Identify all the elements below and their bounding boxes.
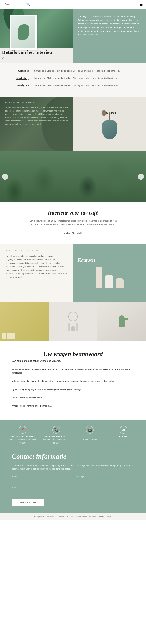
carousel-plants — [0, 152, 146, 202]
phone-label: TELEFOONNUMMER — [42, 435, 71, 437]
carousel-next-button[interactable]: › — [138, 174, 144, 180]
footer-text: Sample text. Click to select the text bo… — [34, 516, 112, 518]
gallery-cell-mirror — [49, 302, 97, 341]
submit-button[interactable]: VERZENDEN — [12, 500, 44, 506]
read-more-button[interactable]: LEES VERDER — [59, 230, 87, 236]
candles-visual — [96, 267, 124, 288]
contact-form-section: Contact informatie Lorem ipsum dolor sit… — [0, 450, 146, 513]
faq-main-question: Can sonicians and other artists use Vibe… — [12, 360, 134, 362]
vase-flower — [102, 110, 106, 116]
faq-item-4[interactable]: What if I need over time after the free … — [12, 402, 134, 410]
search-bar[interactable]: 🔍 — [3, 2, 30, 7]
header: 🔍 ☰ — [0, 0, 146, 9]
message-label-form: Message — [76, 476, 134, 478]
faq-question-3: Can I connect my domain name? — [12, 396, 134, 400]
hero-section: Details van het interieur 01 Planning is… — [0, 9, 146, 63]
faq-question-1: Iedereen die audio, video, afbeeldingen,… — [12, 380, 134, 383]
feature-label-concept[interactable]: Concept — [8, 69, 31, 72]
faq-item-1[interactable]: Iedereen die audio, video, afbeeldingen,… — [12, 377, 134, 386]
gallery-row — [0, 302, 146, 341]
faq-item-3[interactable]: Can I connect my domain name? — [12, 394, 134, 402]
hero-title: Details van het interieur — [2, 49, 54, 55]
candles-left: KAARSEN IN HET INTERIEUR De plek waar we… — [0, 244, 73, 302]
feature-label-analytics[interactable]: Analytics — [8, 84, 31, 87]
phone-value: 344-8876-5400 888-0123-4567 (gratis) — [42, 438, 71, 444]
bottle-short — [71, 326, 75, 331]
art-item-2 — [7, 333, 11, 339]
office-label: ONS HOOFDKANTOOR — [8, 435, 38, 437]
contact-left-col: Email Name — [12, 476, 70, 498]
contact-form-title: Contact informatie — [12, 450, 134, 460]
candle-tall — [96, 267, 102, 288]
vases-left: VAZEN IN HET INTERIEUR De plek waar we a… — [0, 97, 73, 152]
email-label-form: Email — [12, 476, 70, 478]
faq-title: Uw vragen beantwoord — [12, 350, 134, 358]
candle-short — [116, 278, 124, 288]
faq-question-2: Tijdens vroege toegang op platformmarket… — [12, 388, 134, 391]
contact-fax: 📠 FAX 1-234-567-8900 — [75, 426, 105, 444]
carousel-prev-button[interactable]: ‹ — [2, 174, 8, 180]
fax-label: FAX — [75, 435, 105, 437]
contact-office: 📍 ONS HOOFDKANTOOR Suite 68 Broadway 3/N… — [8, 426, 38, 444]
fax-icon: 📠 — [86, 426, 94, 434]
phone-icon: 📞 — [52, 426, 60, 434]
name-input[interactable] — [12, 489, 70, 494]
feature-label-marketing[interactable]: Marketing — [8, 76, 31, 80]
candles-title: Kaarsen — [78, 257, 95, 263]
hero-title-area: Details van het interieur 01 — [2, 49, 54, 60]
contact-phone: 📞 TELEFOONNUMMER 344-8876-5400 888-0123-… — [42, 426, 71, 444]
vases-text: De plek waar we allemaal samenkomen, lac… — [5, 106, 68, 126]
message-group: Message — [76, 476, 134, 495]
fax-value: 1-234-567-8900 — [75, 438, 105, 442]
candles-subtitle: KAARSEN IN HET INTERIEUR — [6, 250, 67, 251]
email-group: Email — [12, 476, 70, 483]
hero-description: Planning is een integraal onderdeel van … — [78, 15, 141, 36]
location-icon: 📍 — [19, 426, 27, 434]
office-value: Suite 68 Broadway 3/New York, NY 1001 — [8, 438, 38, 444]
vases-section: VAZEN IN HET INTERIEUR De plek waar we a… — [0, 97, 146, 152]
gallery-cell-art — [0, 302, 49, 341]
candles-right: Kaarsen — [73, 244, 146, 302]
feature-text-analytics: Sample text. Click to select the text bo… — [34, 84, 138, 87]
faq-section: Uw vragen beantwoord Can sonicians and o… — [0, 341, 146, 420]
mirror-decoration — [68, 312, 78, 321]
hero-right: Planning is een integraal onderdeel van … — [73, 9, 146, 63]
cafe-text: Lorem ipsum dolor sit amet, consectetur … — [26, 219, 120, 226]
bottle-tall — [68, 323, 70, 331]
vase-visual — [102, 120, 117, 139]
candle-medium — [105, 275, 113, 288]
hero-frame — [10, 15, 37, 50]
feature-text-concept: Sample text. Click to select the text bo… — [34, 69, 138, 73]
name-group: Name — [12, 486, 70, 494]
search-input[interactable] — [5, 3, 26, 6]
menu-button[interactable]: ☰ — [139, 2, 143, 7]
vases-subtitle: VAZEN IN HET INTERIEUR — [5, 102, 68, 104]
email-input[interactable] — [12, 478, 70, 483]
art-item-1 — [2, 333, 6, 339]
bottle-tall-2 — [76, 323, 78, 331]
faq-item-2[interactable]: Tijdens vroege toegang op platformmarket… — [12, 386, 134, 394]
faq-question-0: Ja, absoluut! Viberst is geschikt voor m… — [12, 368, 134, 374]
feature-text-marketing: Sample text. Click to select the text bo… — [34, 76, 138, 80]
candles-section: KAARSEN IN HET INTERIEUR De plek waar we… — [0, 244, 146, 302]
frame-plant — [18, 24, 29, 40]
vase-stem — [109, 112, 110, 120]
email-icon: ✉ — [119, 426, 127, 434]
vases-right: Vazen — [73, 97, 146, 152]
contact-right-col: Message — [76, 476, 134, 498]
feature-item-concept: Concept Sample text. Click to select the… — [8, 69, 138, 73]
contact-email: ✉ E-MAIL — [109, 426, 138, 444]
contact-bar: 📍 ONS HOOFDKANTOOR Suite 68 Broadway 3/N… — [0, 420, 146, 450]
feature-item-marketing: Marketing Sample text. Click to select t… — [8, 76, 138, 80]
cactus-decoration — [119, 316, 124, 327]
art-item-3 — [11, 333, 15, 339]
carousel: ‹ › — [0, 152, 146, 202]
faq-item-0[interactable]: Ja, absoluut! Viberst is geschikt voor m… — [12, 366, 134, 377]
gallery-art-items — [2, 333, 15, 339]
hero-frame-inner — [11, 16, 35, 48]
cafe-title: Interieur voor uw café — [8, 210, 138, 216]
contact-intro: Lorem ipsum dolor sit amet, consectetur … — [12, 464, 134, 471]
contact-grid: Email Name Message — [12, 476, 134, 498]
features-section: Concept Sample text. Click to select the… — [0, 63, 146, 97]
message-input[interactable] — [76, 478, 134, 494]
